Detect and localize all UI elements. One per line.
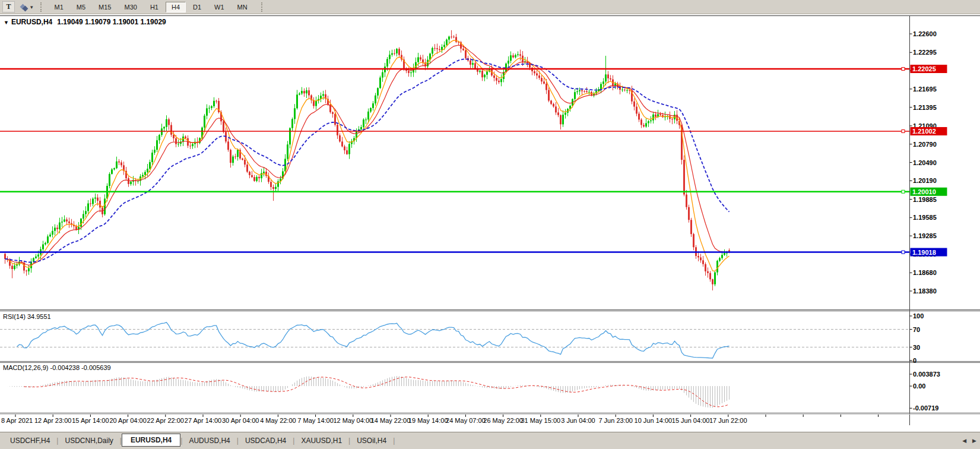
chart-tab-usdcad-h4[interactable]: USDCAD,H4 xyxy=(239,435,293,447)
timeframe-button-m15[interactable]: M15 xyxy=(93,2,117,12)
toolbar-grip xyxy=(40,2,43,12)
svg-text:15 Apr 14:00: 15 Apr 14:00 xyxy=(72,417,109,424)
chart-symbol-label: EURUSD,H4 xyxy=(11,18,52,26)
svg-text:3 Jun 04:00: 3 Jun 04:00 xyxy=(561,417,595,424)
tab-separator: | xyxy=(393,437,395,445)
svg-text:30 Apr 04:00: 30 Apr 04:00 xyxy=(222,417,259,424)
horizontal-level-lines xyxy=(0,67,909,254)
svg-text:24 May 07:00: 24 May 07:00 xyxy=(446,417,486,424)
symbol-tabs: USDCHF,H4|USDCNH,Daily|EURUSD,H4|AUDUSD,… xyxy=(0,432,980,449)
chart-tab-eurusd-h4[interactable]: EURUSD,H4 xyxy=(122,434,180,447)
svg-text:1.21395: 1.21395 xyxy=(913,104,937,111)
chart-tab-usdcnh-daily[interactable]: USDCNH,Daily xyxy=(58,435,119,447)
timeframe-button-m5[interactable]: M5 xyxy=(71,2,91,12)
macd-axis: 0.0038730.00-0.00719 xyxy=(910,371,940,412)
svg-text:19 May 14:00: 19 May 14:00 xyxy=(408,417,448,424)
timeframe-button-m1[interactable]: M1 xyxy=(49,2,69,12)
svg-text:1.19585: 1.19585 xyxy=(913,214,937,221)
svg-text:10 Jun 14:00: 10 Jun 14:00 xyxy=(635,417,673,424)
svg-text:70: 70 xyxy=(913,326,920,333)
svg-text:1.19885: 1.19885 xyxy=(913,196,937,203)
timeframe-button-mn[interactable]: MN xyxy=(231,2,253,12)
svg-text:8 Apr 2021: 8 Apr 2021 xyxy=(1,417,33,424)
svg-text:0.003873: 0.003873 xyxy=(913,371,940,378)
chart-tab-xauusd-h1[interactable]: XAUUSD,H1 xyxy=(294,435,348,447)
svg-text:0.00: 0.00 xyxy=(913,382,925,390)
svg-text:1.18680: 1.18680 xyxy=(913,269,937,276)
svg-text:100: 100 xyxy=(913,312,924,320)
toolbar: T ▾ M1M5M15M30H1H4D1W1MN xyxy=(0,0,980,14)
timeframe-button-d1[interactable]: D1 xyxy=(187,2,207,12)
timeframe-button-w1[interactable]: W1 xyxy=(208,2,230,12)
timeframe-button-m30[interactable]: M30 xyxy=(119,2,143,12)
svg-text:14 May 22:00: 14 May 22:00 xyxy=(371,417,411,424)
svg-text:1.20010: 1.20010 xyxy=(912,188,936,195)
svg-text:27 Apr 14:00: 27 Apr 14:00 xyxy=(185,417,221,424)
price-chart-svg: 1.226001.222951.219951.216951.213951.210… xyxy=(0,0,980,449)
chart-ohlc-values: 1.19049 1.19079 1.19001 1.19029 xyxy=(57,18,166,26)
toolbar-grip xyxy=(261,2,264,12)
svg-text:7 May 14:00: 7 May 14:00 xyxy=(297,417,334,424)
svg-text:22 Apr 22:00: 22 Apr 22:00 xyxy=(147,417,184,424)
chart-mode-button[interactable]: T xyxy=(2,1,15,12)
macd-signal-line xyxy=(24,377,730,407)
svg-text:1.20490: 1.20490 xyxy=(913,159,937,166)
svg-text:26 May 22:00: 26 May 22:00 xyxy=(483,417,523,424)
svg-text:31 May 15:00: 31 May 15:00 xyxy=(521,417,560,424)
rsi-line xyxy=(17,322,730,358)
svg-text:1.18380: 1.18380 xyxy=(913,287,937,295)
tab-scroll-left-icon[interactable]: ◀ xyxy=(962,437,966,444)
chart-tab-audusd-h4[interactable]: AUDUSD,H4 xyxy=(182,435,236,447)
rsi-axis: 10070300 xyxy=(910,312,924,364)
time-axis: 8 Apr 202112 Apr 23:0015 Apr 14:0020 Apr… xyxy=(1,415,878,424)
svg-text:1.20190: 1.20190 xyxy=(913,177,937,184)
svg-text:1.19285: 1.19285 xyxy=(913,232,937,239)
svg-text:1.22600: 1.22600 xyxy=(913,30,937,37)
svg-text:1.21002: 1.21002 xyxy=(912,128,936,135)
timeframe-button-h1[interactable]: H1 xyxy=(144,2,164,12)
chart-tab-usoil-h4[interactable]: USOil,H4 xyxy=(350,435,393,447)
svg-text:-0.00719: -0.00719 xyxy=(913,404,938,412)
svg-text:1.20790: 1.20790 xyxy=(913,141,937,148)
svg-text:7 Jun 23:00: 7 Jun 23:00 xyxy=(598,417,633,424)
svg-text:12 Apr 23:00: 12 Apr 23:00 xyxy=(34,417,71,424)
mt4-window: T ▾ M1M5M15M30H1H4D1W1MN 1.226001.222951… xyxy=(0,0,980,449)
svg-text:1.22025: 1.22025 xyxy=(912,65,936,72)
svg-text:30: 30 xyxy=(913,344,920,351)
rsi-levels xyxy=(0,330,909,347)
chart-tab-usdchf-h4[interactable]: USDCHF,H4 xyxy=(4,435,56,447)
timeframe-buttons: M1M5M15M30H1H4D1W1MN xyxy=(48,2,254,12)
rsi-indicator-label: RSI(14) 34.9551 xyxy=(3,313,51,320)
chart-title: ▼EURUSD,H41.19049 1.19079 1.19001 1.1902… xyxy=(4,18,166,26)
chart-style-button[interactable]: ▾ xyxy=(21,2,33,12)
svg-text:17 Jun 22:00: 17 Jun 22:00 xyxy=(709,417,747,424)
timeframe-button-h4[interactable]: H4 xyxy=(166,2,186,12)
svg-text:1.21695: 1.21695 xyxy=(913,86,937,93)
svg-text:0: 0 xyxy=(913,357,916,364)
svg-text:4 May 22:00: 4 May 22:00 xyxy=(260,417,296,424)
diamond-icon xyxy=(23,6,28,12)
tab-scroll-right-icon[interactable]: ▶ xyxy=(972,437,976,444)
collapse-triangle-icon[interactable]: ▼ xyxy=(4,20,9,26)
macd-histogram xyxy=(5,376,730,407)
svg-text:1.19018: 1.19018 xyxy=(912,249,936,256)
ma-lines xyxy=(5,40,730,271)
svg-text:1.22295: 1.22295 xyxy=(913,49,937,56)
svg-text:20 Apr 04:00: 20 Apr 04:00 xyxy=(109,417,146,424)
macd-indicator-label: MACD(12,26,9) -0.004238 -0.005639 xyxy=(3,364,111,371)
svg-text:12 May 04:00: 12 May 04:00 xyxy=(333,417,373,424)
dropdown-caret-icon: ▾ xyxy=(30,4,33,10)
svg-text:15 Jun 04:00: 15 Jun 04:00 xyxy=(672,417,710,424)
